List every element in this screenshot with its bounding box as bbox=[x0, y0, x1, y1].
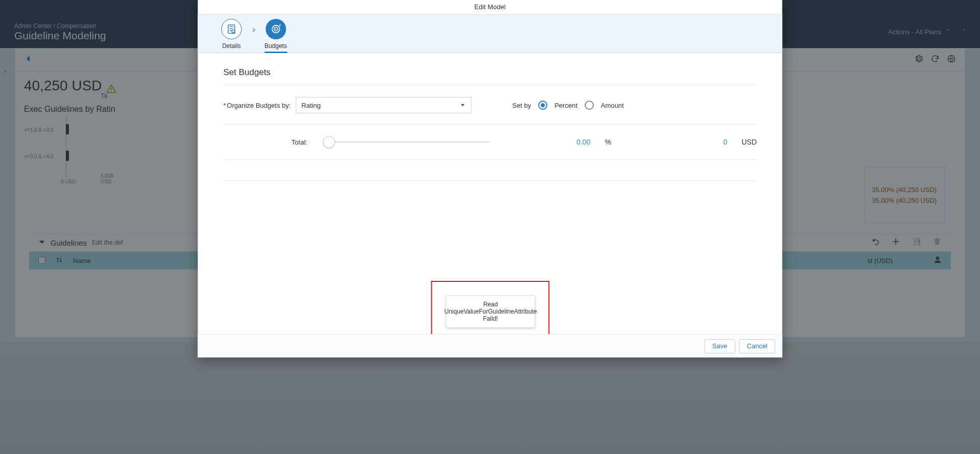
wizard-step-budgets[interactable]: Budgets bbox=[264, 19, 287, 53]
svg-rect-3 bbox=[228, 25, 235, 34]
organize-by-label: *Organize Budgets by: bbox=[224, 102, 291, 109]
set-by-percent-label: Percent bbox=[554, 102, 577, 109]
wizard-bar: Details ›› Budgets bbox=[198, 14, 782, 53]
modal-footer: Save Cancel bbox=[198, 334, 782, 357]
percent-unit: % bbox=[605, 138, 611, 146]
total-percent-value: 0.00 bbox=[576, 138, 590, 146]
set-by-percent-radio[interactable] bbox=[538, 101, 547, 110]
wizard-step-label: Budgets bbox=[264, 42, 287, 53]
save-button[interactable]: Save bbox=[704, 339, 735, 353]
edit-model-dialog: Edit Model Details ›› Budgets Set Budget… bbox=[198, 0, 782, 357]
total-slider[interactable] bbox=[323, 136, 489, 148]
wizard-step-label: Details bbox=[222, 42, 241, 50]
set-by-amount-label: Amount bbox=[601, 102, 624, 109]
set-by-label: Set by bbox=[512, 102, 531, 109]
modal-title: Edit Model bbox=[198, 0, 782, 14]
wizard-chevrons-icon: ›› bbox=[252, 25, 255, 34]
error-toast: Read UniqueValueForGuidelineAttribute Fa… bbox=[446, 295, 535, 328]
usd-unit: USD bbox=[742, 138, 757, 146]
divider bbox=[224, 180, 757, 181]
svg-point-7 bbox=[275, 29, 277, 30]
organize-by-combobox[interactable]: Rating bbox=[296, 97, 472, 113]
slider-handle[interactable] bbox=[323, 136, 335, 148]
set-by-amount-radio[interactable] bbox=[584, 101, 594, 110]
combobox-value: Rating bbox=[302, 102, 321, 109]
total-usd-value: 0 bbox=[723, 138, 727, 146]
set-budgets-heading: Set Budgets bbox=[224, 67, 757, 78]
divider bbox=[224, 85, 757, 85]
chevron-down-icon bbox=[460, 102, 466, 108]
error-toast-text: Read UniqueValueForGuidelineAttribute Fa… bbox=[444, 301, 536, 322]
total-label: Total: bbox=[224, 138, 313, 146]
cancel-button[interactable]: Cancel bbox=[739, 339, 775, 353]
wizard-step-details[interactable]: Details bbox=[222, 19, 242, 50]
